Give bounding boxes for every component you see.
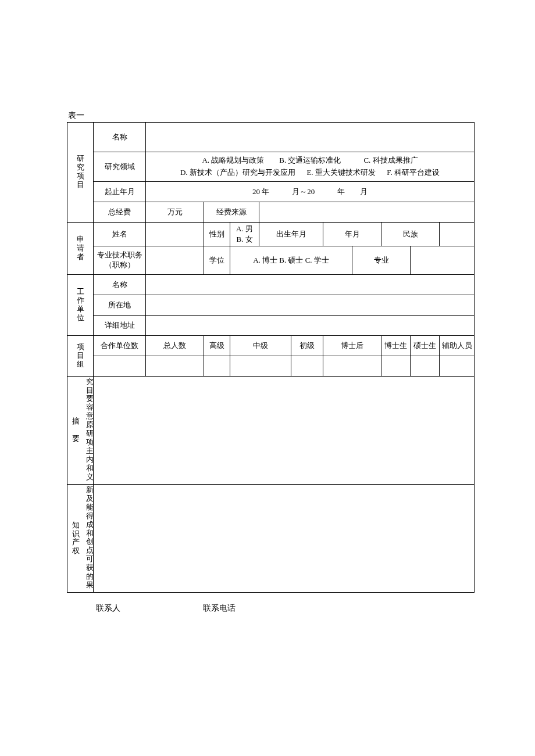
applicant-gender-options[interactable]: A. 男 B. 女: [230, 222, 259, 246]
group-assist-label: 辅助人员: [440, 335, 475, 356]
innov-inner-col1: 新及能得成和: [86, 486, 94, 538]
project-budget-source-value[interactable]: [259, 202, 475, 222]
group-mid-label: 中级: [230, 335, 291, 356]
section-summary-outer: 摘 要: [67, 376, 85, 484]
applicant-title-value[interactable]: [146, 246, 204, 274]
applicant-birth-label: 出生年月: [259, 222, 323, 246]
group-postdoc-value[interactable]: [323, 356, 381, 376]
gender-opt-b: B. 女: [231, 234, 258, 245]
applicant-title-label: 专业技术职务 （职称）: [94, 246, 146, 274]
section-group-header: 项目组: [67, 335, 94, 376]
project-domain-options[interactable]: A. 战略规划与政策 B. 交通运输标准化 C. 科技成果推广 D. 新技术（产…: [146, 152, 475, 182]
applicant-major-label: 专业: [352, 246, 411, 274]
section-innov-outer: 知识产权: [67, 484, 85, 592]
group-junior-label: 初级: [291, 335, 323, 356]
gender-opt-a: A. 男: [231, 224, 258, 234]
project-name-label: 名称: [94, 123, 146, 152]
applicant-ethnic-value[interactable]: [440, 222, 475, 246]
group-phd-label: 博士生: [381, 335, 411, 356]
applicant-name-value[interactable]: [146, 222, 204, 246]
workunit-address-value[interactable]: [146, 315, 475, 335]
group-phd-value[interactable]: [381, 356, 411, 376]
section-innov-inner: 新及能得成和 创点可获的果: [85, 484, 94, 592]
project-period-value[interactable]: 20 年 月～20 年 月: [146, 181, 475, 202]
applicant-birth-value[interactable]: 年月: [323, 222, 381, 246]
project-name-value[interactable]: [146, 123, 475, 152]
summary-inner-col1: 究目要容意: [86, 378, 94, 421]
domain-opt-e: E. 重大关键技术研发: [306, 168, 375, 177]
innov-inner-col2: 创点可获的果: [86, 538, 94, 590]
summary-content[interactable]: [94, 376, 475, 484]
group-senior-label: 高级: [204, 335, 230, 356]
workunit-location-value[interactable]: [146, 295, 475, 315]
section-summary-inner: 究目要容意 原研项主内和义: [85, 376, 94, 484]
group-master-value[interactable]: [411, 356, 440, 376]
group-coop-value[interactable]: [94, 356, 146, 376]
workunit-location-label: 所在地: [94, 295, 146, 315]
section-project-header: 研究项目: [67, 123, 94, 223]
summary-inner-col2: 原研项主内和义: [86, 421, 94, 482]
applicant-degree-label: 学位: [204, 246, 230, 274]
table-title: 表一: [67, 110, 468, 121]
domain-opt-a: A. 战略规划与政策: [202, 156, 264, 164]
applicant-ethnic-label: 民族: [381, 222, 440, 246]
group-junior-value[interactable]: [291, 356, 323, 376]
applicant-major-value[interactable]: [411, 246, 475, 274]
applicant-title-label-l2: （职称）: [95, 260, 144, 270]
workunit-name-label: 名称: [94, 274, 146, 295]
project-budget-value[interactable]: 万元: [146, 202, 204, 222]
footer-line: 联系人 联系电话: [67, 603, 468, 614]
form-table: 研究项目 名称 研究领域 A. 战略规划与政策 B. 交通运输标准化 C. 科技…: [67, 122, 475, 593]
group-mid-value[interactable]: [230, 356, 291, 376]
section-applicant-header: 申请者: [67, 222, 94, 274]
group-senior-value[interactable]: [204, 356, 230, 376]
group-postdoc-label: 博士后: [323, 335, 381, 356]
applicant-name-label: 姓名: [94, 222, 146, 246]
contact-phone-label: 联系电话: [203, 604, 236, 612]
innov-outer-text: 知识产权: [72, 521, 80, 556]
applicant-gender-label: 性别: [204, 222, 230, 246]
summary-outer-text: 摘 要: [72, 417, 80, 443]
applicant-title-label-l1: 专业技术职务: [95, 250, 144, 260]
project-domain-label: 研究领域: [94, 152, 146, 182]
workunit-name-value[interactable]: [146, 274, 475, 295]
contact-person-label: 联系人: [96, 603, 201, 614]
workunit-address-label: 详细地址: [94, 315, 146, 335]
domain-opt-d: D. 新技术（产品）研究与开发应用: [180, 168, 295, 177]
innov-content[interactable]: [94, 484, 475, 592]
group-total-value[interactable]: [146, 356, 204, 376]
project-period-label: 起止年月: [94, 181, 146, 202]
section-workunit-header: 工作单位: [67, 274, 94, 335]
project-budget-source-label: 经费来源: [204, 202, 259, 222]
project-budget-label: 总经费: [94, 202, 146, 222]
group-assist-value[interactable]: [440, 356, 475, 376]
applicant-degree-options[interactable]: A. 博士 B. 硕士 C. 学士: [230, 246, 352, 274]
domain-opt-f: F. 科研平台建设: [387, 168, 440, 177]
group-coop-label: 合作单位数: [94, 335, 146, 356]
group-master-label: 硕士生: [411, 335, 440, 356]
domain-opt-c: C. 科技成果推广: [363, 156, 418, 164]
domain-opt-b: B. 交通运输标准化: [279, 156, 341, 164]
group-total-label: 总人数: [146, 335, 204, 356]
